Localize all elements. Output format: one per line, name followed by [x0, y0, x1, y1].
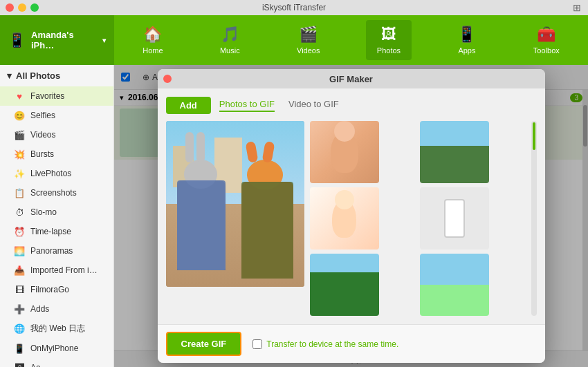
- aa-label: Aa: [30, 363, 41, 367]
- thumbnail-6[interactable]: [420, 254, 489, 316]
- modal-add-button[interactable]: Add: [166, 97, 211, 114]
- nav-item-photos[interactable]: 🖼 Photos: [366, 20, 412, 60]
- nav-item-music[interactable]: 🎵 Music: [209, 20, 251, 60]
- sidebar-item-timelapse[interactable]: ⏰ Time-lapse: [0, 222, 113, 241]
- modal-body: Add Photos to GIF Video to GIF: [158, 88, 545, 324]
- nav-label-videos: Videos: [297, 46, 320, 55]
- nav-bar: 📱 Amanda's iPh… ▾ 🏠 Home 🎵 Music 🎬 Video…: [0, 15, 588, 65]
- timelapse-icon: ⏰: [14, 226, 25, 237]
- sidebar-item-slomo[interactable]: ⏱ Slo-mo: [0, 203, 113, 222]
- filmorago-icon: 🎞: [14, 284, 25, 295]
- imported-label: Imported From i…: [30, 265, 98, 275]
- nav-label-toolbox: Toolbox: [533, 46, 560, 55]
- sidebar-item-selfies[interactable]: 😊 Selfies: [0, 106, 113, 125]
- videos-nav-icon: 🎬: [299, 26, 318, 44]
- web-icon: 🌐: [14, 323, 25, 335]
- nav-label-apps: Apps: [458, 46, 475, 55]
- nav-label-music: Music: [220, 46, 240, 55]
- modal-toolbar: Add Photos to GIF Video to GIF: [166, 97, 537, 114]
- sidebar-item-web[interactable]: 🌐 我的 Web 日志: [0, 319, 113, 339]
- nav-item-videos[interactable]: 🎬 Videos: [286, 20, 331, 60]
- title-bar: iSkysoft iTransfer ⊞: [0, 0, 588, 15]
- screenshots-label: Screenshots: [30, 188, 77, 198]
- sidebar-item-favorites[interactable]: ♥ Favorites: [0, 86, 113, 106]
- panoramas-label: Panoramas: [30, 246, 73, 256]
- minimize-button[interactable]: [18, 3, 26, 12]
- screenshots-icon: 📋: [14, 187, 25, 198]
- bursts-label: Bursts: [30, 149, 54, 159]
- bursts-icon: 💥: [14, 149, 25, 160]
- modal-tabs: Photos to GIF Video to GIF: [219, 99, 339, 112]
- home-icon: 🏠: [143, 26, 162, 44]
- timelapse-label: Time-lapse: [30, 227, 71, 236]
- device-section[interactable]: 📱 Amanda's iPh… ▾: [0, 15, 114, 65]
- thumbnail-5[interactable]: [310, 254, 379, 316]
- slomo-label: Slo-mo: [30, 207, 57, 217]
- photos-icon: 🖼: [381, 26, 396, 44]
- imported-icon: 📥: [14, 265, 25, 276]
- sidebar-item-adds[interactable]: ➕ Adds: [0, 299, 113, 319]
- sidebar-item-filmorago[interactable]: 🎞 FilmoraGo: [0, 280, 113, 299]
- all-photos-header[interactable]: ▾ All Photos: [0, 65, 113, 86]
- panoramas-icon: 🌅: [14, 245, 25, 256]
- nav-label-photos: Photos: [377, 46, 401, 55]
- traffic-lights: [6, 3, 39, 12]
- videos-sidebar-icon: 🎬: [14, 129, 25, 140]
- modal-photo-scrollbar[interactable]: [531, 121, 537, 316]
- onmyiphone-label: OnMyiPhone: [30, 344, 78, 353]
- modal-overlay: GIF Maker Add Photos to GIF Video to GIF: [114, 65, 588, 367]
- sidebar-item-aa[interactable]: 🅰 Aa: [0, 358, 113, 367]
- modal-photo-content: [166, 121, 537, 316]
- transfer-label: Transfer to device at the same time.: [266, 339, 398, 349]
- livephotos-icon: ✨: [14, 168, 25, 179]
- maximize-button[interactable]: [30, 3, 39, 12]
- nav-items: 🏠 Home 🎵 Music 🎬 Videos 🖼 Photos 📱 Apps …: [114, 20, 588, 60]
- create-gif-button[interactable]: Create GIF: [166, 332, 242, 356]
- favorites-label: Favorites: [30, 91, 64, 101]
- close-button[interactable]: [6, 3, 14, 12]
- modal-close-button[interactable]: [163, 75, 172, 83]
- tab-photos-to-gif[interactable]: Photos to GIF: [219, 99, 275, 112]
- modal-title: GIF Maker: [329, 74, 373, 84]
- nav-item-toolbox[interactable]: 🧰 Toolbox: [522, 20, 571, 60]
- main-layout: ▾ All Photos ♥ Favorites 😊 Selfies 🎬 Vid…: [0, 65, 588, 367]
- nav-item-home[interactable]: 🏠 Home: [131, 20, 174, 60]
- thumbnail-3[interactable]: [310, 187, 379, 250]
- window-icon: ⊞: [573, 2, 581, 13]
- all-photos-label: All Photos: [16, 70, 60, 81]
- sidebar: ▾ All Photos ♥ Favorites 😊 Selfies 🎬 Vid…: [0, 65, 114, 367]
- toolbox-icon: 🧰: [537, 26, 555, 44]
- sidebar-item-videos[interactable]: 🎬 Videos: [0, 125, 113, 144]
- device-name: Amanda's iPh…: [31, 30, 95, 50]
- transfer-checkbox[interactable]: [252, 339, 262, 349]
- modal-thumbnails: [310, 121, 526, 316]
- nav-item-apps[interactable]: 📱 Apps: [446, 20, 487, 60]
- onmyiphone-icon: 📱: [14, 343, 25, 354]
- livephotos-label: LivePhotos: [30, 169, 71, 178]
- apps-icon: 📱: [457, 26, 476, 44]
- heart-icon: ♥: [14, 91, 25, 102]
- adds-label: Adds: [30, 304, 49, 314]
- zootopia-image: [166, 121, 304, 287]
- sidebar-item-bursts[interactable]: 💥 Bursts: [0, 144, 113, 164]
- tab-video-to-gif[interactable]: Video to GIF: [288, 99, 339, 112]
- chevron-down-icon: ▾: [102, 37, 106, 44]
- filmorago-label: FilmoraGo: [30, 285, 69, 294]
- sidebar-item-panoramas[interactable]: 🌅 Panoramas: [0, 241, 113, 261]
- modal-footer: Create GIF Transfer to device at the sam…: [158, 324, 545, 363]
- adds-icon: ➕: [14, 303, 25, 314]
- thumbnail-1[interactable]: [310, 121, 379, 183]
- main-photo[interactable]: [166, 121, 304, 287]
- device-icon: 📱: [8, 32, 26, 48]
- slomo-icon: ⏱: [14, 207, 25, 218]
- sidebar-item-imported[interactable]: 📥 Imported From i…: [0, 261, 113, 280]
- sidebar-item-livephotos[interactable]: ✨ LivePhotos: [0, 164, 113, 183]
- thumbnail-4[interactable]: [420, 187, 489, 250]
- sidebar-item-onmyiphone[interactable]: 📱 OnMyiPhone: [0, 339, 113, 358]
- modal-title-bar: GIF Maker: [158, 69, 545, 88]
- scrollbar-thumb-green: [533, 122, 535, 150]
- thumbnail-2[interactable]: [420, 121, 489, 183]
- sidebar-item-screenshots[interactable]: 📋 Screenshots: [0, 183, 113, 203]
- web-label: 我的 Web 日志: [30, 323, 85, 335]
- collapse-icon: ▾: [7, 70, 12, 81]
